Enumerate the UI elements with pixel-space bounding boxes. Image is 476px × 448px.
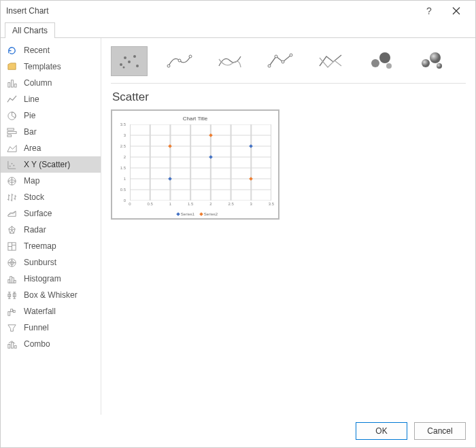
category-pie[interactable]: Pie <box>1 107 101 124</box>
subtype-row <box>111 45 466 84</box>
x-tick-label: 2.5 <box>228 202 233 206</box>
bar-icon <box>6 126 17 137</box>
category-combo[interactable]: Combo <box>1 336 101 352</box>
subtype-scatter-smooth[interactable] <box>211 46 248 76</box>
svg-point-34 <box>189 55 192 58</box>
help-button[interactable]: ? <box>415 1 443 21</box>
category-area[interactable]: Area <box>1 140 101 156</box>
category-label: Box & Whisker <box>24 290 78 300</box>
plot-area <box>130 124 271 201</box>
svg-rect-0 <box>7 82 10 87</box>
category-label: X Y (Scatter) <box>24 160 70 169</box>
category-treemap[interactable]: Treemap <box>1 238 101 254</box>
category-templates[interactable]: Templates <box>1 58 101 75</box>
category-label: Surface <box>24 209 52 218</box>
data-point <box>249 144 253 148</box>
subtype-scatter-straight-markers[interactable] <box>262 46 299 76</box>
x-tick-label: 1.5 <box>188 202 193 206</box>
svg-point-37 <box>282 61 284 63</box>
category-funnel[interactable]: Funnel <box>1 320 101 336</box>
data-point <box>249 177 253 181</box>
close-button[interactable] <box>443 1 470 21</box>
svg-rect-1 <box>11 80 13 86</box>
subtype-bubble[interactable] <box>362 46 399 76</box>
category-label: Waterfall <box>24 307 56 316</box>
svg-point-35 <box>268 65 271 67</box>
svg-point-28 <box>128 61 131 63</box>
category-label: Map <box>24 176 39 186</box>
section-title: Scatter <box>112 90 466 104</box>
dialog-body: RecentTemplatesColumnLinePieBarAreaX Y (… <box>1 38 475 415</box>
line-icon <box>6 94 17 105</box>
svg-rect-6 <box>7 135 11 137</box>
tab-all-charts[interactable]: All Charts <box>5 22 55 38</box>
templates-icon <box>6 61 17 72</box>
category-map[interactable]: Map <box>1 173 101 189</box>
data-point <box>169 144 173 148</box>
subtype-scatter-straight[interactable] <box>312 46 349 76</box>
y-tick-label: 1.5 <box>120 166 126 170</box>
svg-rect-24 <box>11 342 13 347</box>
main-panel: Scatter Chart Title 00.511.522.533.5 00.… <box>101 38 475 415</box>
svg-rect-20 <box>7 311 10 315</box>
dialog-title: Insert Chart <box>6 6 415 16</box>
svg-point-38 <box>290 54 292 56</box>
data-point <box>209 155 213 159</box>
category-waterfall[interactable]: Waterfall <box>1 303 101 320</box>
category-histogram[interactable]: Histogram <box>1 271 101 287</box>
radar-icon <box>6 224 17 235</box>
category-recent[interactable]: Recent <box>1 42 101 58</box>
close-icon <box>452 7 460 15</box>
svg-point-30 <box>136 65 139 67</box>
category-radar[interactable]: Radar <box>1 222 101 238</box>
x-tick-label: 0.5 <box>148 202 153 206</box>
category-label: Column <box>24 78 52 88</box>
category-xyscatter[interactable]: X Y (Scatter) <box>1 156 101 173</box>
subtype-scatter[interactable] <box>111 46 148 76</box>
sunburst-icon <box>6 257 17 268</box>
category-label: Templates <box>24 62 61 71</box>
data-points <box>130 124 271 201</box>
ok-button[interactable]: OK <box>356 422 407 440</box>
surface-icon <box>6 208 17 219</box>
svg-point-7 <box>9 165 10 167</box>
chart-title: Chart Title <box>112 116 278 122</box>
category-line[interactable]: Line <box>1 91 101 107</box>
chart-preview[interactable]: Chart Title 00.511.522.533.5 00.511.522.… <box>111 109 279 220</box>
combo-icon <box>6 339 17 349</box>
svg-point-9 <box>13 165 14 166</box>
category-label: Histogram <box>24 274 61 283</box>
svg-rect-2 <box>14 84 16 87</box>
svg-rect-17 <box>14 280 16 283</box>
category-sunburst[interactable]: Sunburst <box>1 254 101 271</box>
map-icon <box>6 175 17 186</box>
svg-point-33 <box>178 59 181 62</box>
legend-label-s1: Series1 <box>181 212 194 216</box>
category-label: Area <box>24 143 41 153</box>
category-column[interactable]: Column <box>1 75 101 91</box>
data-point <box>209 133 213 137</box>
svg-point-31 <box>123 67 125 69</box>
svg-rect-21 <box>10 309 12 311</box>
category-boxwhisker[interactable]: Box & Whisker <box>1 287 101 303</box>
svg-point-43 <box>430 52 441 63</box>
category-label: Combo <box>24 339 50 349</box>
category-surface[interactable]: Surface <box>1 205 101 222</box>
category-label: Radar <box>24 225 46 235</box>
svg-point-41 <box>386 63 392 69</box>
category-bar[interactable]: Bar <box>1 124 101 140</box>
waterfall-icon <box>6 306 17 317</box>
treemap-icon <box>6 241 17 252</box>
svg-point-39 <box>371 59 379 67</box>
subtype-scatter-smooth-markers[interactable] <box>161 46 198 76</box>
y-tick-label: 0 <box>124 199 126 203</box>
y-tick-label: 3.5 <box>120 122 126 126</box>
category-label: Treemap <box>24 241 56 251</box>
svg-point-26 <box>120 63 122 66</box>
histogram-icon <box>6 273 17 284</box>
cancel-button[interactable]: Cancel <box>414 422 466 440</box>
subtype-bubble-3d[interactable] <box>413 46 449 76</box>
category-label: Funnel <box>24 323 49 332</box>
svg-point-40 <box>379 52 390 63</box>
category-stock[interactable]: Stock <box>1 189 101 205</box>
